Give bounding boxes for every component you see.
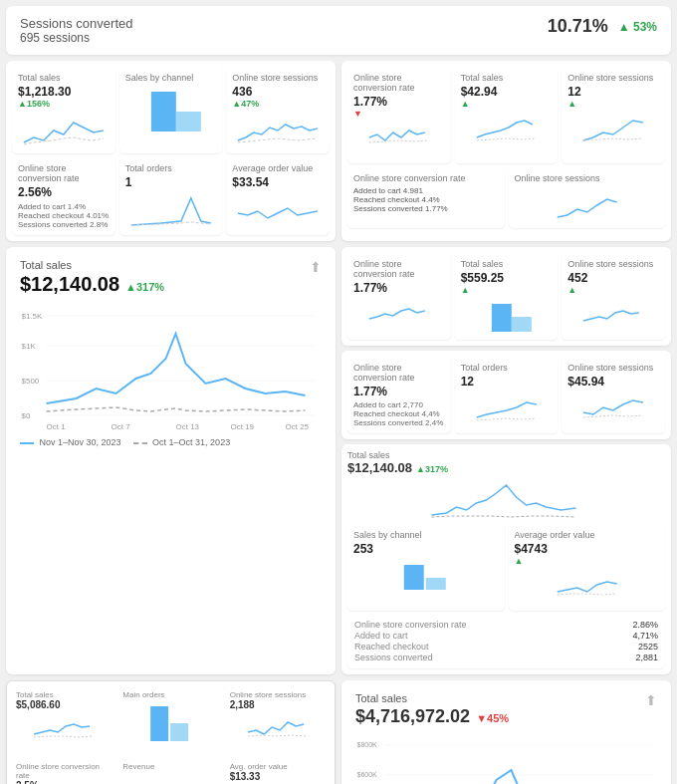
rt-label2: Online store sessions: [515, 173, 660, 183]
mp-item-1: Total sales $5,086.60: [12, 686, 115, 755]
rts-ch-val: 253: [353, 542, 499, 556]
rts-badge: ▲317%: [416, 464, 448, 474]
rt-label2: Online store conversion rate: [353, 173, 499, 183]
ts-header: Total sales $12,140.08 ▲317% ⬆: [20, 259, 322, 296]
rts-info: Total sales $12,140.08 ▲317%: [347, 450, 448, 475]
metric-value: $1,218.30: [18, 85, 110, 99]
metric-label: Total sales: [18, 73, 110, 83]
metric-sessions: Online store sessions 436 ▲47%: [226, 67, 330, 153]
svg-text:Oct 19: Oct 19: [231, 422, 255, 431]
conv-rows: Added to cart 1.4% Reached checkout 4.01…: [18, 202, 110, 229]
lts-badge: ▼45%: [476, 712, 509, 724]
lts-title: Total sales: [355, 692, 509, 704]
rm1-chart: [567, 299, 659, 334]
metric-value: 1: [125, 175, 217, 189]
metric-value: $33.54: [232, 175, 324, 189]
rm2-row: Sessions converted 2,4%: [353, 418, 445, 427]
multi-panel-card: Total sales $5,086.60 Main orders: [6, 680, 336, 784]
lts-chart: $800K $600K $400K $200K $0 Dec 2021 May …: [355, 735, 657, 784]
conv-section: Online store conversion rate 2.86% Added…: [347, 615, 665, 668]
svg-rect-19: [150, 706, 168, 741]
rt-change: ▲: [461, 99, 553, 109]
conv-val: 2525: [638, 642, 658, 652]
rm2-row: Reached checkout 4,4%: [353, 409, 445, 418]
export-icon[interactable]: ⬆: [310, 259, 322, 275]
rts-avg-value: $4743: [515, 542, 660, 556]
rt-label: Online store sessions: [567, 73, 659, 83]
conv-label: Added to cart: [354, 631, 408, 641]
conv-val: 4,71%: [632, 631, 658, 641]
rm2-session-sales: Online store sessions $45.94: [562, 357, 665, 433]
rts-amount: $12,140.08: [347, 460, 412, 475]
svg-text:$500: $500: [22, 377, 40, 386]
svg-text:Oct 7: Oct 7: [112, 422, 131, 431]
rt-value: 1.77%: [353, 95, 445, 109]
mp-item-2: Main orders: [118, 686, 222, 755]
lts-header: Total sales $4,716,972.02 ▼45% ⬆: [355, 692, 657, 727]
mp-label: Online store sessions: [230, 690, 326, 699]
metric-label: Average order value: [232, 163, 324, 173]
rm2-val: 1.77%: [353, 385, 445, 398]
legend-dashed-icon: [133, 442, 147, 444]
mp-val: 2.5%: [16, 780, 112, 784]
sessions-pct: 10.71%: [548, 16, 608, 37]
mp-chart: [230, 712, 326, 740]
right-top-card: Online store conversion rate 1.77% ▼ Tot…: [341, 61, 671, 241]
large-total-sales-card: Total sales $4,716,972.02 ▼45% ⬆ $800K $…: [341, 680, 671, 784]
rt-value: $42.94: [461, 85, 553, 99]
rts-header: Total sales $12,140.08 ▲317%: [347, 450, 665, 475]
rt-chart: [353, 123, 445, 157]
svg-text:Oct 13: Oct 13: [176, 422, 200, 431]
right-stacked: Online store conversion rate 1.77% Total…: [341, 247, 671, 674]
metrics-grid: Total sales $1,218.30 ▲156% Sales by cha…: [12, 67, 330, 153]
rm1-val: $559.25: [461, 271, 553, 285]
metric-chart: [232, 113, 324, 147]
right-mid-card-1: Online store conversion rate 1.77% Total…: [341, 247, 671, 346]
conv-row: Reached checkout 4.01%: [18, 211, 110, 220]
rm1-val: 452: [567, 271, 659, 285]
right-top-grid: Online store conversion rate 1.77% ▼ Tot…: [347, 67, 665, 163]
conv-row: Sessions converted 1.77%: [353, 204, 499, 213]
metric-label: Sales by channel: [125, 73, 217, 83]
export-icon[interactable]: ⬆: [645, 692, 657, 708]
ts-amount: $12,140.08: [20, 273, 119, 296]
rm2-row: Added to cart 2,770: [353, 400, 445, 409]
mp-chart: [16, 712, 112, 740]
sessions-info: Sessions converted 695 sessions: [20, 16, 132, 45]
metric-change: ▲156%: [18, 99, 110, 109]
top-metrics-card: Total sales $1,218.30 ▲156% Sales by cha…: [6, 61, 336, 241]
rt-os-sessions: Online store sessions 12 ▲: [562, 67, 665, 163]
mp-item-6: Avg. order value $13.33: [226, 758, 330, 784]
mp-chart: [122, 701, 218, 751]
legend-prev: Oct 1–Oct 31, 2023: [133, 437, 231, 447]
sessions-count: 695 sessions: [20, 31, 132, 45]
rts-channel: Sales by channel 253: [347, 524, 505, 611]
svg-rect-0: [150, 92, 175, 131]
metrics-grid-row2: Online store conversion rate 2.56% Added…: [12, 157, 330, 235]
rts-chart: [347, 475, 665, 520]
rm2-label: Total orders: [461, 363, 553, 373]
sessions-card: Sessions converted 695 sessions 10.71% ▲…: [6, 6, 671, 55]
rm2-val: $45.94: [567, 375, 659, 389]
mp-label: Main orders: [122, 690, 218, 699]
sessions-badge: ▲ 53%: [618, 20, 657, 34]
metric-chart: [125, 193, 217, 228]
rts-avg-change: ▲: [515, 556, 660, 566]
rm1-chart: [461, 299, 553, 334]
mp-label: Online store conversion rate: [16, 762, 112, 780]
rts-amount-row: $12,140.08 ▲317%: [347, 460, 448, 475]
rts-ch-chart: [353, 560, 499, 595]
rm1-label: Online store sessions: [567, 259, 659, 269]
svg-text:$0: $0: [22, 411, 31, 420]
lts-info: Total sales $4,716,972.02 ▼45%: [355, 692, 509, 727]
rm1-grid: Online store conversion rate 1.77% Total…: [347, 253, 665, 340]
total-sales-card-1: Total sales $12,140.08 ▲317% ⬆ $1.5K $1K…: [6, 247, 336, 674]
metric-total-sales: Total sales $1,218.30 ▲156%: [12, 67, 115, 153]
sessions-right: 10.71% ▲ 53%: [548, 16, 657, 37]
rm1-sales: Total sales $559.25 ▲: [455, 253, 559, 340]
rm2-chart: [567, 392, 659, 427]
conv-label: Reached checkout: [354, 642, 429, 652]
rts-avg-label: Average order value: [515, 530, 660, 540]
rm2-grid: Online store conversion rate 1.77% Added…: [347, 357, 665, 433]
right-mid-card-2: Online store conversion rate 1.77% Added…: [341, 351, 671, 439]
